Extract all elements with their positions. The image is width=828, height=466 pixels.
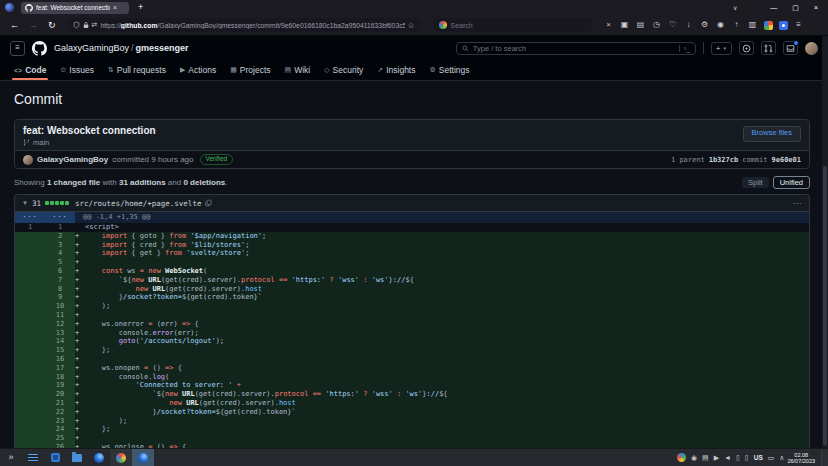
shield-icon[interactable] [73, 21, 80, 29]
volume-icon[interactable]: ◄ [724, 454, 731, 462]
new-line-number[interactable]: 16 [45, 355, 75, 364]
forward-button[interactable]: → [29, 20, 38, 30]
new-line-number[interactable]: 20 [45, 390, 75, 399]
old-line-number[interactable] [15, 241, 45, 250]
minimize-button[interactable]: — [770, 4, 777, 11]
clipboard-manager-icon[interactable]: ▤ [702, 454, 709, 462]
user-avatar[interactable] [805, 42, 818, 55]
back-button[interactable]: ← [10, 20, 19, 30]
color-app-window[interactable] [110, 449, 132, 466]
old-line-number[interactable] [15, 320, 45, 329]
browse-files-button[interactable]: Browse files [743, 126, 801, 142]
copy-path-icon[interactable] [205, 199, 212, 207]
notes-icon[interactable]: ▥ [748, 20, 758, 30]
panel-settings[interactable] [22, 449, 44, 466]
new-line-number[interactable]: 23 [45, 417, 75, 426]
split-view-button[interactable]: Split [742, 177, 769, 188]
command-palette-icon[interactable]: ›_ [679, 45, 690, 52]
new-line-number[interactable]: 3 [45, 241, 75, 250]
new-line-number[interactable]: 19 [45, 381, 75, 390]
old-line-number[interactable] [15, 311, 45, 320]
tray-color-app-icon[interactable] [677, 453, 686, 462]
upload-icon[interactable]: ↑ [732, 20, 742, 30]
expand-hunk-button[interactable]: ······ [15, 212, 75, 223]
new-tab-button[interactable]: + [138, 3, 143, 12]
downloads-icon[interactable]: ↓ [684, 20, 694, 30]
extension-x-icon[interactable]: × [604, 20, 614, 30]
new-line-number[interactable]: 13 [45, 329, 75, 338]
screen-record-icon[interactable]: ◉ [691, 454, 697, 462]
new-line-number[interactable]: 5 [45, 258, 75, 267]
tab-code[interactable]: <>Code [8, 65, 52, 80]
new-line-number[interactable]: 18 [45, 373, 75, 382]
unified-view-button[interactable]: Unified [773, 176, 810, 189]
media-player-icon[interactable]: ▶ [714, 454, 719, 462]
scrollbar-thumb[interactable] [823, 166, 827, 446]
screenshot-icon[interactable]: ▣ [620, 20, 630, 30]
author-name[interactable]: GalaxyGamingBoy [37, 155, 108, 164]
network-icon[interactable]: ▭ [768, 454, 775, 462]
search-bar[interactable]: Search [434, 18, 592, 32]
breadcrumb-owner[interactable]: GalaxyGamingBoy [54, 43, 129, 53]
firefox-shortcut[interactable] [88, 449, 110, 466]
new-line-number[interactable]: 2 [45, 232, 75, 241]
verified-badge[interactable]: Verified [200, 154, 234, 165]
tray-expander-icon[interactable]: ∧ [779, 454, 784, 462]
old-line-number[interactable] [15, 337, 45, 346]
collapse-file-icon[interactable]: ▼ [22, 200, 28, 206]
old-line-number[interactable] [15, 408, 45, 417]
old-line-number[interactable] [15, 276, 45, 285]
breadcrumb-repo[interactable]: gmessenger [136, 43, 189, 53]
tab-pull-requests[interactable]: ⇅Pull requests [102, 65, 172, 80]
tab-security[interactable]: ◇Security [318, 65, 369, 80]
old-line-number[interactable] [15, 381, 45, 390]
tab-insights[interactable]: ↗Insights [371, 65, 421, 80]
old-line-number[interactable] [15, 267, 45, 276]
old-line-number[interactable] [15, 373, 45, 382]
new-line-number[interactable]: 1 [45, 223, 75, 232]
browser-tab[interactable]: feat: Websocket connection × [21, 2, 129, 14]
colorful-extension-icon[interactable] [764, 21, 773, 30]
global-menu-button[interactable]: ≡ [10, 41, 25, 56]
inbox-button[interactable] [783, 41, 798, 55]
tab-settings[interactable]: ⚙Settings [423, 65, 475, 80]
branch-name[interactable]: main [33, 138, 49, 147]
old-line-number[interactable] [15, 258, 45, 267]
old-line-number[interactable] [15, 285, 45, 294]
old-line-number[interactable] [15, 232, 45, 241]
file-options-icon[interactable]: ⋯ [793, 199, 802, 208]
url-bar[interactable]: ⇄ https://github.com/GalaxyGamingBoy/gme… [68, 18, 420, 32]
page-scrollbar[interactable] [822, 36, 828, 448]
old-line-number[interactable] [15, 417, 45, 426]
software-center[interactable] [44, 449, 66, 466]
list-tabs-icon[interactable]: ∨ [733, 4, 737, 11]
show-desktop-button[interactable] [821, 449, 828, 466]
parent-sha[interactable]: 1b327cb [709, 156, 739, 164]
old-line-number[interactable] [15, 249, 45, 258]
new-line-number[interactable]: 21 [45, 399, 75, 408]
bookmark-star-icon[interactable]: ☆ [408, 21, 415, 30]
old-line-number[interactable] [15, 399, 45, 408]
container-extension-icon[interactable] [779, 21, 788, 30]
old-line-number[interactable]: 1 [15, 223, 45, 232]
pocket-icon[interactable]: ♡ [668, 20, 678, 30]
github-search-input[interactable]: Type / to search ›_ [456, 42, 696, 55]
pull-requests-header-button[interactable] [761, 41, 776, 55]
new-line-number[interactable]: 25 [45, 434, 75, 443]
clipboard-icon[interactable]: ▤ [636, 20, 646, 30]
taskbar-clock[interactable]: 02.08 26/07/2023 [787, 452, 815, 464]
firefox-window[interactable] [132, 449, 154, 466]
new-line-number[interactable]: 9 [45, 293, 75, 302]
author-avatar[interactable] [23, 155, 33, 165]
adblock-icon[interactable]: ◉ [716, 20, 726, 30]
new-line-number[interactable]: 7 [45, 276, 75, 285]
tab-actions[interactable]: ▶Actions [174, 65, 222, 80]
old-line-number[interactable] [15, 302, 45, 311]
new-line-number[interactable]: 12 [45, 320, 75, 329]
new-line-number[interactable]: 11 [45, 311, 75, 320]
phone-link-icon[interactable]: ▯ [745, 454, 749, 462]
tools-icon[interactable]: ⚙ [700, 20, 710, 30]
new-line-number[interactable]: 10 [45, 302, 75, 311]
tab-close-icon[interactable]: × [113, 4, 117, 11]
old-line-number[interactable] [15, 346, 45, 355]
